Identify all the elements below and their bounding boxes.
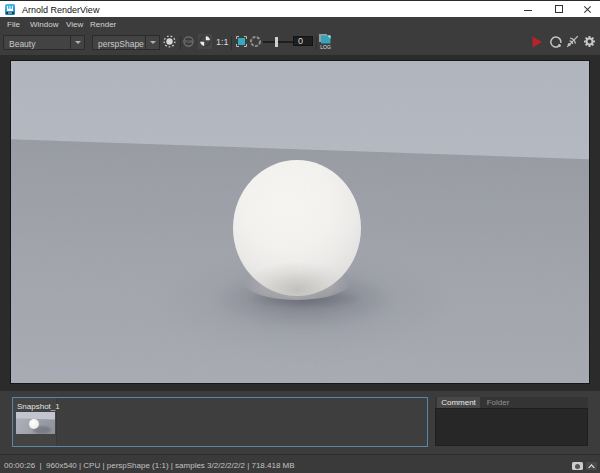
svg-text:RGB: RGB: [184, 40, 193, 44]
svg-text:LOG: LOG: [320, 44, 331, 50]
